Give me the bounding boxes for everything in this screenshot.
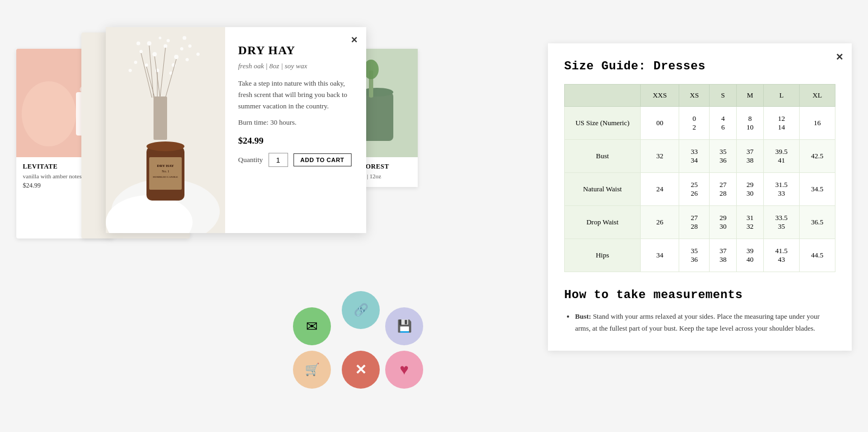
cell-value: 34	[641, 239, 679, 272]
svg-text:No. 1: No. 1	[162, 170, 169, 173]
row-label: Hips	[565, 239, 641, 272]
cell-value: 3536	[679, 239, 710, 272]
table-row: Natural Waist2425262728293031.53334.5	[565, 173, 835, 206]
svg-point-38	[156, 69, 159, 73]
cart-icon: 🛒	[305, 363, 320, 377]
svg-rect-65	[149, 157, 182, 190]
row-label: Natural Waist	[565, 173, 641, 206]
table-header-xl: XL	[799, 85, 835, 107]
svg-point-45	[159, 37, 162, 40]
cell-value: 33.535	[763, 206, 799, 239]
cell-value: 2728	[710, 173, 737, 206]
svg-point-41	[139, 50, 143, 53]
modal-detail-section: DRY HAY fresh oak | 8oz | soy wax Take a…	[225, 27, 366, 233]
svg-point-37	[145, 63, 148, 67]
modal-product-name: DRY HAY	[238, 43, 353, 57]
cell-value: 3536	[710, 140, 737, 173]
email-button[interactable]: ✉	[293, 307, 331, 345]
heart-icon: ♥	[400, 361, 409, 378]
close-icon: ✕	[355, 362, 367, 378]
svg-point-44	[186, 58, 189, 61]
svg-point-39	[167, 39, 170, 42]
svg-point-51	[196, 53, 200, 56]
table-row: Drop Waist2627282930313233.53536.5	[565, 206, 835, 239]
svg-text:DRY HAY: DRY HAY	[157, 164, 174, 168]
table-row: Hips3435363738394041.54344.5	[565, 239, 835, 272]
quantity-label: Quantity	[238, 156, 263, 164]
row-label: Drop Waist	[565, 206, 641, 239]
modal-subtitle: fresh oak | 8oz | soy wax	[238, 62, 353, 70]
cell-value: 3940	[737, 239, 764, 272]
cell-value: 3738	[737, 140, 764, 173]
table-header-row: XXS XS S M L XL	[565, 85, 835, 107]
row-label: Bust	[565, 140, 641, 173]
modal-close-button[interactable]: ×	[351, 34, 358, 46]
table-header-s: S	[710, 85, 737, 107]
cart-button[interactable]: 🛒	[293, 351, 331, 389]
cell-value: 00	[641, 107, 679, 140]
svg-point-50	[183, 36, 187, 40]
table-header-l: L	[763, 85, 799, 107]
size-table-body: US Size (Numeric)000246810121416Bust3233…	[565, 107, 835, 272]
cell-value: 34.5	[799, 173, 835, 206]
bust-label: Bust:	[575, 312, 591, 320]
cell-value: 810	[737, 107, 764, 140]
save-button[interactable]: 💾	[385, 307, 423, 345]
table-row: US Size (Numeric)000246810121416	[565, 107, 835, 140]
cell-value: 2728	[679, 206, 710, 239]
cell-value: 46	[710, 107, 737, 140]
cell-value: 31.533	[763, 173, 799, 206]
table-header-xs: XS	[679, 85, 710, 107]
cell-value: 2930	[710, 206, 737, 239]
modal-cart-row: Quantity ADD TO CART	[238, 153, 353, 167]
modal-image-section: DRY HAY No. 1 HUMBLED CANDLE	[106, 27, 225, 233]
cell-value: 2526	[679, 173, 710, 206]
svg-text:HUMBLED CANDLE: HUMBLED CANDLE	[153, 176, 178, 178]
cell-value: 44.5	[799, 239, 835, 272]
svg-point-40	[180, 47, 183, 50]
close-button[interactable]: ✕	[342, 351, 380, 389]
svg-point-34	[152, 52, 157, 56]
cell-value: 1214	[763, 107, 799, 140]
modal-description: Take a step into nature with this oaky, …	[238, 78, 353, 112]
cell-value: 3334	[679, 140, 710, 173]
svg-point-1	[22, 81, 76, 146]
svg-point-52	[129, 69, 132, 72]
size-guide-close-button[interactable]: ×	[836, 50, 843, 64]
cell-value: 2930	[737, 173, 764, 206]
modal-burn-time: Burn time: 30 hours.	[238, 118, 353, 127]
svg-point-35	[164, 44, 168, 48]
action-icon-cluster: ✉ 🔗 💾 🛒 ✕ ♥	[271, 291, 434, 399]
size-guide-panel: × Size Guide: Dresses XXS XS S M L XL US…	[548, 43, 852, 351]
cell-value: 32	[641, 140, 679, 173]
cell-value: 24	[641, 173, 679, 206]
svg-point-48	[137, 42, 141, 46]
bust-text: Stand with your arms relaxed at your sid…	[575, 312, 820, 332]
measurement-bust: Bust: Stand with your arms relaxed at yo…	[575, 311, 835, 334]
cell-value: 02	[679, 107, 710, 140]
cell-value: 16	[799, 107, 835, 140]
heart-button[interactable]: ♥	[385, 351, 423, 389]
product-modal: ×	[106, 27, 366, 233]
table-header-empty	[565, 85, 641, 107]
cell-value: 42.5	[799, 140, 835, 173]
cell-value: 39.541	[763, 140, 799, 173]
row-label: US Size (Numeric)	[565, 107, 641, 140]
link-button[interactable]: 🔗	[342, 291, 380, 329]
add-to-cart-button[interactable]: ADD TO CART	[293, 153, 352, 166]
measurements-list: Bust: Stand with your arms relaxed at yo…	[564, 311, 835, 334]
link-icon: 🔗	[354, 303, 368, 317]
cell-value: 3132	[737, 206, 764, 239]
modal-price: $24.99	[238, 136, 353, 146]
save-icon: 💾	[397, 319, 412, 333]
svg-point-47	[188, 44, 192, 48]
table-header-xxs: XXS	[641, 85, 679, 107]
svg-rect-60	[154, 96, 167, 140]
quantity-input[interactable]	[269, 153, 288, 167]
size-guide-title: Size Guide: Dresses	[564, 60, 835, 73]
svg-point-36	[174, 55, 178, 59]
svg-point-64	[146, 141, 184, 151]
table-header-m: M	[737, 85, 764, 107]
email-icon: ✉	[306, 318, 318, 335]
cell-value: 3738	[710, 239, 737, 272]
